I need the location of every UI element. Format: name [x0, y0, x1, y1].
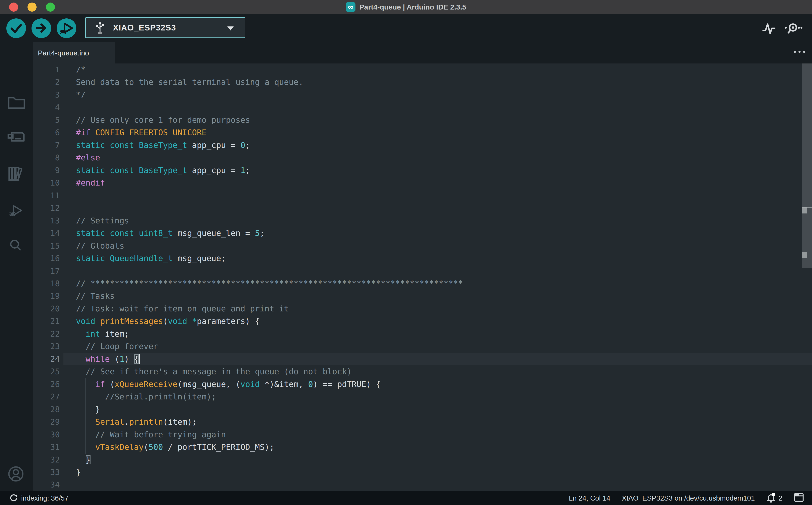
- code-line[interactable]: 23 // Loop forever: [33, 340, 812, 353]
- code-line[interactable]: 34: [33, 479, 812, 491]
- code-line-text: // Settings: [63, 214, 812, 227]
- tab-part4-queue[interactable]: Part4-queue.ino: [33, 42, 115, 63]
- overview-bracket-mark: [802, 252, 807, 258]
- code-line[interactable]: 5// Use only core 1 for demo purposes: [33, 114, 812, 126]
- code-line[interactable]: 3*/: [33, 89, 812, 101]
- code-line-text: [63, 265, 812, 277]
- code-line-text: // See if there's a message in the queue…: [63, 365, 812, 378]
- code-line[interactable]: 25 // See if there's a message in the qu…: [33, 365, 812, 378]
- code-line[interactable]: 20// Task: wait for item on queue and pr…: [33, 303, 812, 315]
- indent-guide: [76, 303, 76, 315]
- code-line-text: // Globals: [63, 240, 812, 252]
- statusbar: indexing: 36/57 Ln 24, Col 14 XIAO_ESP32…: [0, 491, 812, 505]
- code-line[interactable]: 7static const BaseType_t app_cpu = 0;: [33, 139, 812, 152]
- code-line[interactable]: 1/*: [33, 63, 812, 76]
- code-line[interactable]: 17: [33, 265, 812, 277]
- close-window-button[interactable]: [9, 3, 18, 12]
- code-line[interactable]: 21void printMessages(void *parameters) {: [33, 315, 812, 328]
- code-line-text: }: [63, 403, 812, 416]
- line-number: 20: [33, 303, 63, 315]
- check-icon: [6, 18, 26, 38]
- indent-guide: [76, 76, 76, 89]
- indent-guide: [76, 277, 76, 290]
- line-number: 25: [33, 365, 63, 378]
- code-line[interactable]: 9static const BaseType_t app_cpu = 1;: [33, 164, 812, 177]
- code-line-text: }: [63, 466, 812, 479]
- code-line[interactable]: 2Send data to the serial terminal using …: [33, 76, 812, 89]
- sidebar-item-boards-manager[interactable]: [7, 130, 26, 147]
- scrollbar: [802, 63, 812, 491]
- code-line[interactable]: 32 }: [33, 454, 812, 466]
- indent-guide: [76, 403, 76, 416]
- upload-button[interactable]: [31, 18, 51, 38]
- more-actions-icon[interactable]: [794, 51, 805, 53]
- code-line[interactable]: 6#if CONFIG_FREERTOS_UNICORE: [33, 126, 812, 139]
- code-line[interactable]: 15// Globals: [33, 240, 812, 252]
- code-line[interactable]: 29 Serial.println(item);: [33, 416, 812, 428]
- code-line-text: if (xQueueReceive(msg_queue, (void *)&it…: [63, 378, 812, 390]
- text-cursor: [139, 354, 140, 364]
- serial-plotter-button[interactable]: [762, 22, 775, 35]
- overview-bracket-mark: [802, 207, 807, 213]
- indent-guide: [76, 152, 76, 164]
- sidebar-item-search[interactable]: [7, 237, 26, 255]
- line-number: 31: [33, 441, 63, 453]
- code-line[interactable]: 18// ***********************************…: [33, 277, 812, 290]
- indent-guide: [76, 63, 76, 76]
- board-selector[interactable]: XIAO_ESP32S3: [85, 17, 245, 38]
- sidebar-item-sketchbook[interactable]: [7, 94, 26, 111]
- books-icon: [7, 180, 26, 184]
- indent-guide: [85, 429, 86, 441]
- code-line[interactable]: 27 //Serial.println(item);: [33, 390, 812, 403]
- indent-guide: [76, 290, 76, 302]
- sidebar-item-library-manager[interactable]: [7, 166, 26, 184]
- code-line[interactable]: 4: [33, 101, 812, 114]
- code-line[interactable]: 22 int item;: [33, 328, 812, 340]
- code-line-text: #else: [63, 152, 812, 164]
- line-number: 3: [33, 89, 63, 101]
- line-number: 21: [33, 315, 63, 328]
- code-line[interactable]: 10#endif: [33, 177, 812, 189]
- line-number: 8: [33, 152, 63, 164]
- code-line-text: // Wait before trying again: [63, 429, 812, 441]
- code-line[interactable]: 13// Settings: [33, 214, 812, 227]
- line-number: 30: [33, 429, 63, 441]
- indent-guide: [76, 340, 76, 353]
- code-line[interactable]: 28 }: [33, 403, 812, 416]
- code-line[interactable]: 31 vTaskDelay(500 / portTICK_PERIOD_MS);: [33, 441, 812, 453]
- code-line-text: static const BaseType_t app_cpu = 1;: [63, 164, 812, 177]
- code-line[interactable]: 12: [33, 202, 812, 214]
- code-line[interactable]: 24 while (1) {: [33, 353, 812, 365]
- code-line-text: int item;: [63, 328, 812, 340]
- serial-monitor-button[interactable]: [785, 22, 804, 35]
- board-port-status[interactable]: XIAO_ESP32S3 on /dev/cu.usbmodem101: [622, 494, 755, 502]
- line-number: 28: [33, 403, 63, 416]
- code-line[interactable]: 14static const uint8_t msg_queue_len = 5…: [33, 227, 812, 239]
- indent-guide: [76, 265, 76, 277]
- code-line[interactable]: 11: [33, 189, 812, 202]
- line-number: 23: [33, 340, 63, 353]
- code-line[interactable]: 8#else: [33, 152, 812, 164]
- code-line[interactable]: 30 // Wait before trying again: [33, 429, 812, 441]
- minimize-window-button[interactable]: [27, 3, 37, 12]
- cursor-position[interactable]: Ln 24, Col 14: [569, 494, 610, 502]
- line-number: 7: [33, 139, 63, 152]
- notifications[interactable]: 2: [766, 492, 782, 505]
- main-area: Part4-queue.ino 1/*2Send data to the ser…: [0, 42, 812, 491]
- code-line-text: Send data to the serial terminal using a…: [63, 76, 812, 89]
- sidebar-item-account[interactable]: [7, 465, 26, 485]
- sidebar-item-debug[interactable]: [7, 202, 26, 220]
- code-line[interactable]: 16static QueueHandle_t msg_queue;: [33, 252, 812, 265]
- start-debugging-button[interactable]: [57, 18, 76, 38]
- code-line[interactable]: 33}: [33, 466, 812, 479]
- code-line[interactable]: 19// Tasks: [33, 290, 812, 302]
- line-number: 11: [33, 189, 63, 202]
- code-line[interactable]: 26 if (xQueueReceive(msg_queue, (void *)…: [33, 378, 812, 390]
- code-editor[interactable]: 1/*2Send data to the serial terminal usi…: [33, 63, 812, 491]
- scrollbar-thumb[interactable]: [802, 63, 812, 268]
- zoom-window-button[interactable]: [46, 3, 55, 12]
- board-icon: [7, 143, 26, 147]
- toggle-panel-icon[interactable]: [794, 493, 804, 504]
- verify-button[interactable]: [6, 18, 26, 38]
- line-number: 18: [33, 277, 63, 290]
